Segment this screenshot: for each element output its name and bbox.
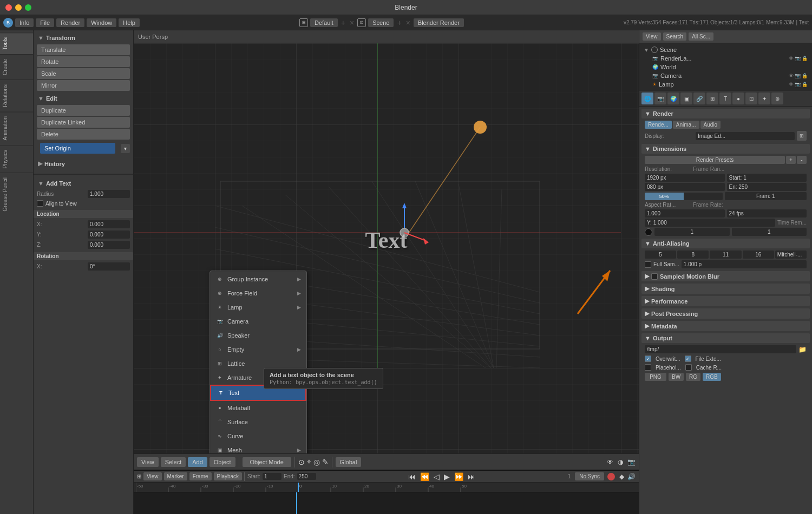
close-scene-icon[interactable]: × <box>406 18 410 27</box>
meta-header[interactable]: ▶ Metadata <box>641 321 810 331</box>
cm-group-instance[interactable]: ⊕ Group Instance ▶ <box>210 272 306 286</box>
play-icon[interactable]: ▶ <box>444 472 450 481</box>
render-tab-anima[interactable]: Anima... <box>673 121 699 129</box>
full-sample-checkbox[interactable] <box>645 261 651 268</box>
file-ext-checkbox[interactable] <box>685 355 691 362</box>
jump-start-icon[interactable]: ⏮ <box>408 472 416 481</box>
percent-bar[interactable]: 50% <box>645 193 723 200</box>
scene-props-tab[interactable]: 🌐 <box>641 93 653 104</box>
cm-lamp[interactable]: ☀ Lamp ▶ <box>210 300 306 314</box>
create-tab[interactable]: Create <box>0 54 33 80</box>
help-menu[interactable]: Help <box>119 18 140 27</box>
mode-select[interactable]: Object Mode <box>243 457 291 467</box>
render-section-header[interactable]: ▼ Render <box>641 109 810 118</box>
particle-props-tab[interactable]: ✦ <box>758 93 770 104</box>
rp-allscenes-button[interactable]: All Sc... <box>689 32 713 41</box>
scene-row[interactable]: ▼ Scene <box>641 45 810 54</box>
timeline-frame-button[interactable]: Frame <box>189 472 212 480</box>
viewport-shade-icon[interactable]: ◑ <box>618 458 623 466</box>
framerate-value[interactable]: 24 fps <box>727 209 807 218</box>
scene-expand-icon[interactable]: ▼ <box>644 47 649 53</box>
timeline-track[interactable] <box>134 492 639 514</box>
render-presets-btn[interactable]: Render Presets <box>645 156 785 164</box>
lamp-lock-icon[interactable]: 🔒 <box>802 82 808 87</box>
object-menu-button[interactable]: Object <box>209 457 235 467</box>
output-path[interactable]: /tmp/ <box>645 345 796 353</box>
minimize-button[interactable] <box>15 4 22 11</box>
set-origin-dropdown[interactable]: ▾ <box>121 144 130 153</box>
add-menu-button[interactable]: Add <box>188 457 207 467</box>
aa-val-8[interactable]: 8 <box>677 251 709 259</box>
display-extra-icon[interactable]: ⊞ <box>797 131 807 141</box>
grease-pencil-tab[interactable]: Grease Pencil <box>0 173 33 216</box>
physics-tab[interactable]: Physics <box>0 145 33 173</box>
constraint-props-tab[interactable]: 🔗 <box>693 93 705 104</box>
set-origin-button[interactable]: Set Origin <box>40 143 115 154</box>
delete-button[interactable]: Delete <box>37 129 130 140</box>
step-back-icon[interactable]: ⏪ <box>420 472 429 481</box>
view-menu-button[interactable]: View <box>137 457 159 467</box>
play-back-icon[interactable]: ◁ <box>434 472 440 481</box>
eye-icon[interactable]: 👁 <box>789 56 794 61</box>
duplicate-button[interactable]: Duplicate <box>37 105 130 116</box>
file-browse-icon[interactable]: 📁 <box>798 346 807 353</box>
lock-icon[interactable]: 🔒 <box>802 56 808 61</box>
shading-header[interactable]: ▶ Shading <box>641 284 810 294</box>
timeline-view-button[interactable]: View <box>143 472 162 480</box>
viewport-canvas[interactable]: Text ⊕ Group Instance ▶ ⊕ Force Fie <box>134 43 639 453</box>
lamp-eye-icon[interactable]: 👁 <box>789 82 794 87</box>
aa-filter-val2[interactable]: 1.000 p <box>682 260 807 268</box>
rgb-button[interactable]: RGB <box>703 373 721 381</box>
lamp-row[interactable]: ☀ Lamp 👁 📷 🔒 <box>641 80 810 89</box>
frame-val2[interactable]: 1 <box>654 228 730 236</box>
window-controls[interactable] <box>5 4 31 11</box>
layout-select[interactable]: Default <box>310 18 338 27</box>
cm-speaker[interactable]: 🔊 Speaker <box>210 328 306 342</box>
radius-value[interactable]: 1.000 <box>88 190 130 198</box>
frame-current-val[interactable]: Fram: 1 <box>725 192 807 200</box>
cam-render-icon[interactable]: 📷 <box>795 73 801 78</box>
context-menu[interactable]: ⊕ Group Instance ▶ ⊕ Force Field ▶ ☀ <box>209 271 307 453</box>
select-menu-button[interactable]: Select <box>161 457 186 467</box>
color-swatch[interactable] <box>645 228 652 236</box>
start-frame-input[interactable] <box>263 473 281 480</box>
cm-curve[interactable]: ∿ Curve <box>210 429 306 443</box>
cm-force-field[interactable]: ⊕ Force Field ▶ <box>210 286 306 300</box>
relations-tab[interactable]: Relations <box>0 80 33 111</box>
keyframe-icon[interactable]: ◆ <box>619 473 624 480</box>
jump-end-icon[interactable]: ⏭ <box>468 472 475 481</box>
lamp-render-icon[interactable]: 📷 <box>795 82 801 87</box>
cam-lock-icon[interactable]: 🔒 <box>802 73 808 78</box>
rg-button[interactable]: RG <box>686 373 700 381</box>
world-props-tab[interactable]: 🌍 <box>667 93 679 104</box>
add-preset-btn[interactable]: + <box>786 156 796 164</box>
render-menu[interactable]: Render <box>56 18 84 27</box>
aa-val-5[interactable]: 5 <box>645 251 676 259</box>
rp-search-button[interactable]: Search <box>663 32 687 41</box>
data-props-tab[interactable]: T <box>719 93 731 104</box>
render-icon[interactable]: 📷 <box>795 56 801 61</box>
object-props-tab[interactable]: ▣ <box>680 93 692 104</box>
bw-button[interactable]: BW <box>669 373 684 381</box>
window-menu[interactable]: Window <box>87 18 116 27</box>
tools-tab[interactable]: Tools <box>0 32 33 54</box>
camera-row[interactable]: 📷 Camera 👁 📷 🔒 <box>641 71 810 80</box>
timeline-expand-icon[interactable]: ⊞ <box>137 473 141 479</box>
frame-val3[interactable]: 1 <box>732 228 807 236</box>
perf-header[interactable]: ▶ Performance <box>641 296 810 306</box>
step-fwd-icon[interactable]: ⏩ <box>454 472 463 481</box>
material-props-tab[interactable]: ● <box>732 93 744 104</box>
aspect-y-value[interactable]: Y: 1.000 <box>645 219 775 227</box>
display-value[interactable]: Image Ed... <box>696 132 795 140</box>
cache-r-checkbox[interactable] <box>685 364 692 371</box>
translate-button[interactable]: Translate <box>37 44 130 55</box>
sculpt-icon[interactable]: ✎ <box>322 458 329 466</box>
scale-button[interactable]: Scale <box>37 68 130 79</box>
audio-icon[interactable]: 🔊 <box>627 473 636 480</box>
placeholders-checkbox[interactable] <box>645 364 651 371</box>
aa-val-11[interactable]: 11 <box>710 251 741 259</box>
rotate-button[interactable]: Rotate <box>37 56 130 67</box>
cm-surface[interactable]: ⌒ Surface <box>210 415 306 429</box>
render-tab-audio[interactable]: Audio <box>700 121 721 129</box>
motion-blur-checkbox[interactable] <box>651 273 658 280</box>
